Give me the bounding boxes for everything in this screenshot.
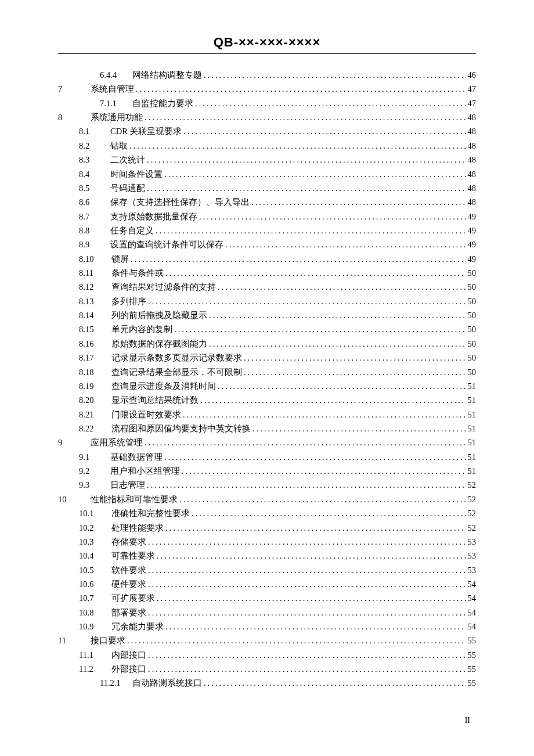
toc-entry-page: 49 bbox=[468, 252, 477, 266]
toc-entry: 8.14列的前后拖拽及隐藏显示50 bbox=[58, 308, 476, 322]
toc-entry: 10.3存储要求53 bbox=[58, 535, 476, 549]
toc-leader-dots bbox=[147, 181, 466, 195]
toc-entry-number: 8.1 bbox=[79, 124, 100, 138]
toc-entry-number: 8.4 bbox=[79, 167, 100, 181]
toc-entry-number: 8.12 bbox=[79, 280, 104, 294]
toc-entry-page: 47 bbox=[468, 82, 477, 96]
toc-entry-page: 48 bbox=[468, 181, 477, 195]
toc-leader-dots bbox=[174, 322, 466, 336]
toc-leader-dots bbox=[182, 464, 466, 478]
toc-entry-number: 8.16 bbox=[79, 337, 104, 351]
toc-entry-title: 外部接口 bbox=[111, 662, 146, 676]
toc-entry-page: 50 bbox=[468, 294, 477, 308]
toc-entry-title: 部署要求 bbox=[111, 606, 146, 620]
toc-entry-title: 门限设置时效要求 bbox=[111, 408, 181, 422]
toc-entry: 7.1.1自监控能力要求47 bbox=[58, 96, 476, 110]
toc-entry: 10.2处理性能要求52 bbox=[58, 521, 476, 535]
toc-leader-dots bbox=[147, 153, 466, 167]
toc-entry: 9应用系统管理51 bbox=[58, 435, 476, 449]
toc-entry-title: 网络结构调整专题 bbox=[132, 68, 202, 82]
toc-leader-dots bbox=[165, 521, 466, 535]
page-number-footer: II bbox=[58, 716, 476, 725]
toc-entry: 8.1CDR 关联呈现要求48 bbox=[58, 124, 476, 138]
toc-entry-page: 55 bbox=[468, 676, 477, 690]
toc-entry-page: 48 bbox=[468, 195, 477, 209]
toc-entry-title: 内部接口 bbox=[111, 648, 146, 662]
toc-leader-dots bbox=[148, 294, 466, 308]
toc-entry-page: 50 bbox=[468, 308, 477, 322]
toc-entry-page: 54 bbox=[468, 577, 477, 591]
toc-entry-number: 8.15 bbox=[79, 322, 104, 336]
toc-entry-page: 52 bbox=[468, 492, 477, 506]
toc-leader-dots bbox=[157, 591, 466, 605]
toc-entry-page: 54 bbox=[468, 606, 477, 620]
toc-entry-number: 10.8 bbox=[79, 606, 104, 620]
toc-entry: 9.3日志管理52 bbox=[58, 478, 476, 492]
toc-entry-page: 47 bbox=[468, 96, 477, 110]
toc-entry-number: 8.2 bbox=[79, 139, 100, 153]
toc-entry: 10.7可扩展要求54 bbox=[58, 591, 476, 605]
toc-entry-page: 50 bbox=[468, 365, 477, 379]
toc-entry-number: 11 bbox=[58, 633, 84, 647]
toc-entry: 8.17记录显示条数多页显示记录数要求50 bbox=[58, 351, 476, 365]
toc-entry-page: 50 bbox=[468, 337, 477, 351]
toc-entry-number: 10.2 bbox=[79, 521, 104, 535]
toc-leader-dots bbox=[200, 393, 466, 407]
toc-entry-page: 52 bbox=[468, 506, 477, 520]
toc-leader-dots bbox=[147, 478, 466, 492]
toc-entry-number: 9 bbox=[58, 435, 74, 449]
toc-leader-dots bbox=[183, 408, 466, 422]
toc-entry: 11.2外部接口55 bbox=[58, 662, 476, 676]
toc-leader-dots bbox=[157, 549, 466, 563]
toc-entry: 8.6保存（支持选择性保存）、导入导出48 bbox=[58, 195, 476, 209]
toc-entry-page: 51 bbox=[468, 422, 477, 435]
toc-entry-title: 系统自管理 bbox=[91, 82, 134, 96]
page-header: QB-××-×××-×××× bbox=[58, 35, 476, 54]
toc-leader-dots bbox=[164, 167, 466, 181]
toc-entry-page: 48 bbox=[468, 110, 477, 124]
toc-entry-title: 应用系统管理 bbox=[91, 435, 143, 449]
toc-entry: 10.5软件要求53 bbox=[58, 563, 476, 577]
toc-entry-page: 51 bbox=[468, 450, 477, 464]
toc-entry-number: 10.5 bbox=[79, 563, 104, 577]
toc-leader-dots bbox=[164, 450, 466, 464]
toc-entry-title: 二次统计 bbox=[110, 153, 145, 167]
toc-entry-page: 49 bbox=[468, 210, 477, 224]
toc-entry-page: 54 bbox=[468, 620, 477, 633]
toc-entry: 11接口要求55 bbox=[58, 633, 476, 647]
toc-entry-number: 10.9 bbox=[79, 620, 104, 633]
toc-entry: 8.11条件与条件或50 bbox=[58, 266, 476, 280]
toc-entry-page: 53 bbox=[468, 549, 477, 563]
toc-entry-number: 8.18 bbox=[79, 365, 104, 379]
toc-entry-number: 8.13 bbox=[79, 294, 104, 308]
toc-entry-number: 10.7 bbox=[79, 591, 104, 605]
toc-entry-page: 51 bbox=[468, 435, 477, 449]
toc-entry: 11.2.1自动路测系统接口55 bbox=[58, 676, 476, 690]
toc-entry-page: 51 bbox=[468, 393, 477, 407]
toc-leader-dots bbox=[148, 606, 466, 620]
toc-entry-page: 50 bbox=[468, 266, 477, 280]
toc-entry: 8.15单元内容的复制50 bbox=[58, 322, 476, 336]
toc-entry: 6.4.4网络结构调整专题46 bbox=[58, 68, 476, 82]
toc-entry-number: 8.20 bbox=[79, 393, 104, 407]
toc-entry-title: 设置的查询统计条件可以保存 bbox=[110, 237, 223, 251]
toc-entry: 8.22流程图和原因值均要支持中英文转换51 bbox=[58, 422, 476, 435]
toc-entry-title: 系统通用功能 bbox=[91, 110, 143, 124]
toc-entry-title: 记录显示条数多页显示记录数要求 bbox=[111, 351, 242, 365]
toc-entry-title: 保存（支持选择性保存）、导入导出 bbox=[110, 195, 250, 209]
toc-entry-number: 7.1.1 bbox=[100, 96, 125, 110]
toc-entry-number: 7 bbox=[58, 82, 74, 96]
toc-leader-dots bbox=[179, 492, 466, 506]
toc-entry-title: 多列排序 bbox=[111, 294, 146, 308]
toc-entry-title: CDR 关联呈现要求 bbox=[110, 124, 182, 138]
toc-entry: 8.16原始数据的保存截图能力50 bbox=[58, 337, 476, 351]
toc-entry-title: 查询显示进度条及消耗时间 bbox=[111, 379, 216, 393]
toc-entry-title: 基础数据管理 bbox=[110, 450, 163, 464]
toc-entry-page: 48 bbox=[468, 124, 477, 138]
toc-entry-title: 原始数据的保存截图能力 bbox=[111, 337, 207, 351]
toc-entry-number: 8.5 bbox=[79, 181, 100, 195]
toc-entry: 8.4时间条件设置48 bbox=[58, 167, 476, 181]
toc-entry-title: 硬件要求 bbox=[111, 577, 146, 591]
toc-entry-title: 用户和小区组管理 bbox=[110, 464, 180, 478]
toc-entry-number: 9.1 bbox=[79, 450, 100, 464]
